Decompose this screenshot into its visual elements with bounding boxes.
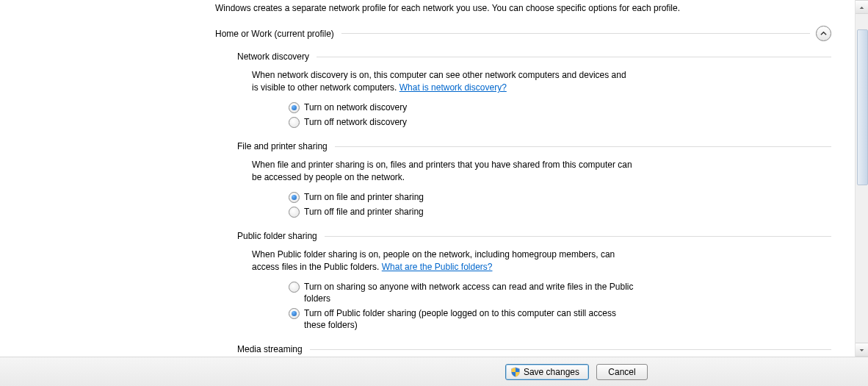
radio-turn-on-public-folder-sharing[interactable]: Turn on sharing so anyone with network a…: [289, 281, 634, 304]
section-rule: [325, 236, 831, 237]
radio-icon: [289, 192, 300, 203]
scroll-down-button[interactable]: [856, 343, 868, 357]
link-what-are-public-folders[interactable]: What are the Public folders?: [382, 262, 493, 272]
uac-shield-icon: [510, 367, 521, 377]
section-title-file-printer: File and printer sharing: [237, 141, 335, 151]
save-changes-button[interactable]: Save changes: [505, 364, 589, 380]
radio-icon: [289, 117, 300, 128]
radio-icon: [289, 102, 300, 113]
section-title-network-discovery: Network discovery: [237, 51, 317, 62]
radio-turn-off-network-discovery[interactable]: Turn off network discovery: [289, 116, 634, 128]
radio-label: Turn off file and printer sharing: [304, 206, 424, 218]
button-bar: Save changes Cancel: [0, 357, 868, 386]
scroll-up-button[interactable]: [856, 0, 868, 14]
section-rule: [310, 349, 831, 350]
profile-header: Home or Work (current profile): [215, 26, 831, 41]
profile-title: Home or Work (current profile): [215, 29, 341, 39]
settings-content: Windows creates a separate network profi…: [0, 0, 853, 357]
radio-turn-on-file-printer-sharing[interactable]: Turn on file and printer sharing: [289, 191, 634, 203]
section-title-media-streaming: Media streaming: [237, 344, 310, 354]
section-network-discovery: Network discovery When network discovery…: [237, 51, 831, 128]
radio-group-network-discovery: Turn on network discovery Turn off netwo…: [289, 101, 634, 128]
radio-label: Turn on file and printer sharing: [304, 191, 424, 203]
intro-text: Windows creates a separate network profi…: [215, 0, 781, 14]
radio-label: Turn on network discovery: [304, 101, 407, 113]
section-media-streaming: Media streaming: [237, 344, 831, 354]
radio-icon: [289, 282, 300, 293]
radio-label: Turn on sharing so anyone with network a…: [304, 281, 634, 304]
save-button-label: Save changes: [524, 367, 579, 377]
arrow-down-icon: [859, 345, 864, 355]
cancel-button[interactable]: Cancel: [596, 364, 648, 380]
radio-label: Turn off network discovery: [304, 116, 407, 128]
collapse-profile-button[interactable]: [816, 26, 831, 41]
vertical-scrollbar[interactable]: [855, 0, 868, 357]
arrow-up-icon: [859, 2, 864, 12]
section-public-folder-sharing: Public folder sharing When Public folder…: [237, 231, 831, 331]
radio-group-file-printer: Turn on file and printer sharing Turn of…: [289, 191, 634, 218]
radio-icon: [289, 308, 300, 319]
profile-rule: [341, 33, 810, 34]
section-rule: [335, 146, 831, 147]
cancel-button-label: Cancel: [608, 367, 635, 377]
chevron-up-icon: [820, 30, 827, 37]
section-file-printer-sharing: File and printer sharing When file and p…: [237, 141, 831, 218]
link-what-is-network-discovery[interactable]: What is network discovery?: [399, 82, 507, 93]
section-desc-network-discovery: When network discovery is on, this compu…: [252, 69, 634, 94]
section-rule: [317, 57, 831, 57]
radio-label: Turn off Public folder sharing (people l…: [304, 307, 634, 331]
radio-group-public-folder: Turn on sharing so anyone with network a…: [289, 281, 634, 332]
radio-turn-off-public-folder-sharing[interactable]: Turn off Public folder sharing (people l…: [289, 307, 634, 331]
radio-icon: [289, 207, 300, 218]
scroll-thumb[interactable]: [857, 29, 868, 185]
radio-turn-off-file-printer-sharing[interactable]: Turn off file and printer sharing: [289, 206, 634, 218]
section-desc-public-folder: When Public folder sharing is on, people…: [252, 249, 634, 274]
section-desc-file-printer: When file and printer sharing is on, fil…: [252, 159, 634, 184]
section-title-public-folder: Public folder sharing: [237, 231, 325, 241]
radio-turn-on-network-discovery[interactable]: Turn on network discovery: [289, 101, 634, 113]
